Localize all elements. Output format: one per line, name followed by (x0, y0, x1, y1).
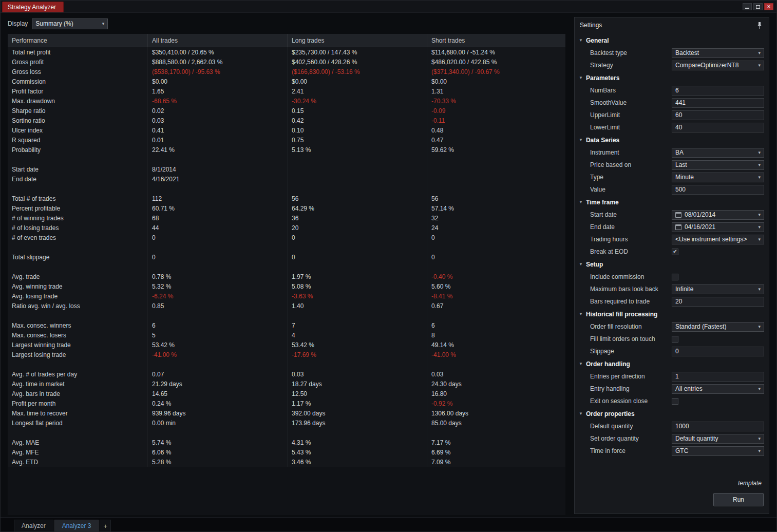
dropdown-order-fill-resolution[interactable]: Standard (Fastest)▾ (672, 322, 764, 332)
section-header-general[interactable]: ▼General (575, 34, 769, 47)
input-numbars[interactable]: 6 (672, 86, 764, 96)
table-row[interactable]: Max. consec. winners676 (8, 320, 565, 330)
table-row[interactable]: Gross loss($538,170.00) / -95.63 %($166,… (8, 67, 565, 77)
dropdown-set-order-quantity[interactable]: Default quantity▾ (672, 434, 764, 444)
table-row[interactable]: Avg. winning trade5.32 %5.08 %5.60 % (8, 281, 565, 291)
template-link[interactable]: template (738, 480, 762, 487)
setting-row-strategy: StrategyCompareOptimizerNT8▾ (575, 59, 769, 71)
checkbox-break-at-eod[interactable]: ✔ (672, 249, 678, 255)
cell-value: 6.06 % (147, 447, 287, 457)
close-button[interactable]: ✕ (764, 3, 773, 10)
table-row[interactable]: Total net profit$350,410.00 / 20.65 %$23… (8, 47, 565, 57)
table-row[interactable]: Avg. losing trade-6.24 %-3.63 %-8.41 % (8, 291, 565, 301)
checkbox-include-commission[interactable] (672, 274, 678, 280)
table-row[interactable]: Avg. trade0.78 %1.97 %-0.40 % (8, 272, 565, 281)
table-row[interactable]: Sortino ratio0.030.42-0.11 (8, 116, 565, 125)
dropdown-value: Standard (Fastest) (675, 323, 756, 330)
dropdown-time-in-force[interactable]: GTC▾ (672, 446, 764, 456)
dropdown-price-based-on[interactable]: Last▾ (672, 160, 764, 170)
dropdown-instrument[interactable]: BA▾ (672, 148, 764, 158)
performance-table: Performance All trades Long trades Short… (8, 34, 565, 515)
cell-value: 53.42 % (147, 340, 287, 350)
cell-value: 44 (147, 223, 287, 233)
setting-label: End date (590, 223, 672, 231)
run-button[interactable]: Run (713, 493, 764, 506)
tab-analyzer-3[interactable]: Analyzer 3 (54, 520, 99, 531)
table-row[interactable]: Avg. # of trades per day0.070.030.03 (8, 369, 565, 379)
table-row[interactable]: Longest flat period0.00 min173.96 days85… (8, 418, 565, 428)
table-row[interactable]: # of winning trades683632 (8, 213, 565, 223)
table-row[interactable]: End date4/16/2021 (8, 174, 565, 184)
dropdown-trading-hours[interactable]: <Use instrument settings>▾ (672, 235, 764, 244)
tab-analyzer[interactable]: Analyzer (14, 520, 53, 531)
input-value[interactable]: 500 (672, 185, 764, 195)
pin-icon[interactable] (755, 21, 764, 29)
table-row[interactable]: Start date8/1/2014 (8, 164, 565, 174)
section-header-order-properties[interactable]: ▼Order properties (575, 407, 769, 420)
dropdown-type[interactable]: Minute▾ (672, 173, 764, 182)
setting-control: 441 (672, 98, 764, 108)
date-value: 04/16/2021 (685, 223, 756, 231)
input-bars-required-to-trade[interactable]: 20 (672, 297, 764, 307)
section-header-parameters[interactable]: ▼Parameters (575, 71, 769, 84)
date-picker-start-date[interactable]: 08/01/2014▾ (672, 210, 764, 220)
minimize-button[interactable] (743, 3, 752, 10)
table-row[interactable]: # of losing trades442024 (8, 223, 565, 233)
setting-row-lowerlimit: LowerLimit40 (575, 121, 769, 134)
table-row[interactable]: Max. time to recover939.96 days392.00 da… (8, 408, 565, 418)
table-row[interactable]: Avg. bars in trade14.6512.5016.80 (8, 389, 565, 398)
dropdown-backtest-type[interactable]: Backtest▾ (672, 48, 764, 58)
table-row[interactable]: Largest losing trade-41.00 %-17.69 %-41.… (8, 350, 565, 359)
add-tab-button[interactable]: + (100, 520, 111, 531)
dropdown-maximum-bars-look-back[interactable]: Infinite▾ (672, 284, 764, 294)
input-smoothvalue[interactable]: 441 (672, 98, 764, 108)
table-row[interactable]: Avg. time in market21.29 days18.27 days2… (8, 379, 565, 389)
table-row[interactable]: Probability22.41 %5.13 %59.62 % (8, 145, 565, 155)
window-title-tab[interactable]: Strategy Analyzer (2, 2, 64, 12)
checkbox-fill-limit-orders-on-touch[interactable] (672, 336, 678, 343)
column-header-all-trades[interactable]: All trades (147, 34, 287, 47)
table-row[interactable]: Percent profitable60.71 %64.29 %57.14 % (8, 203, 565, 213)
dropdown-strategy[interactable]: CompareOptimizerNT8▾ (672, 61, 764, 70)
input-lowerlimit[interactable]: 40 (672, 123, 764, 132)
table-row[interactable]: Avg. ETD5.28 %3.46 %7.09 % (8, 457, 565, 467)
table-row[interactable]: Ulcer index0.410.100.48 (8, 125, 565, 135)
section-header-time-frame[interactable]: ▼Time frame (575, 196, 769, 208)
cell-value: 1306.00 days (427, 408, 565, 418)
setting-control: 500 (672, 185, 764, 195)
setting-row-order-fill-resolution: Order fill resolutionStandard (Fastest)▾ (575, 320, 769, 333)
table-row[interactable]: Total slippage000 (8, 252, 565, 262)
table-row[interactable]: R squared0.010.750.47 (8, 135, 565, 145)
section-header-historical-fill-processing[interactable]: ▼Historical fill processing (575, 308, 769, 320)
column-header-short-trades[interactable]: Short trades (427, 34, 565, 47)
input-slippage[interactable]: 0 (672, 347, 764, 356)
section-header-order-handling[interactable]: ▼Order handling (575, 357, 769, 370)
table-row[interactable]: Largest winning trade53.42 %53.42 %49.14… (8, 340, 565, 350)
setting-label: Time in force (590, 447, 672, 454)
column-header-performance[interactable]: Performance (8, 34, 147, 47)
column-header-long-trades[interactable]: Long trades (287, 34, 427, 47)
table-row[interactable]: Ratio avg. win / avg. loss0.851.400.67 (8, 301, 565, 311)
table-row[interactable]: Max. drawdown-68.65 %-30.24 %-70.33 % (8, 96, 565, 106)
input-upperlimit[interactable]: 60 (672, 110, 764, 120)
section-header-data-series[interactable]: ▼Data Series (575, 134, 769, 146)
input-default-quantity[interactable]: 1000 (672, 422, 764, 431)
dropdown-entry-handling[interactable]: All entries▾ (672, 384, 764, 394)
table-row[interactable]: Max. consec. losers548 (8, 330, 565, 340)
input-entries-per-direction[interactable]: 1 (672, 372, 764, 382)
display-dropdown[interactable]: Summary (%) ▾ (32, 18, 108, 29)
section-header-setup[interactable]: ▼Setup (575, 258, 769, 271)
table-row[interactable]: Commission$0.00$0.00$0.00 (8, 77, 565, 86)
table-row[interactable]: Profit per month0.24 %1.17 %-0.92 % (8, 398, 565, 408)
table-row[interactable]: # of even trades000 (8, 233, 565, 242)
date-picker-end-date[interactable]: 04/16/2021▾ (672, 222, 764, 232)
table-row[interactable]: Total # of trades1125656 (8, 194, 565, 203)
table-row[interactable]: Gross profit$888,580.00 / 2,662.03 %$402… (8, 57, 565, 67)
table-row[interactable]: Profit factor1.652.411.31 (8, 86, 565, 96)
table-row[interactable]: Avg. MAE5.74 %4.31 %7.17 % (8, 438, 565, 447)
table-row[interactable]: Sharpe ratio0.020.15-0.09 (8, 106, 565, 116)
table-row[interactable]: Avg. MFE6.06 %5.43 %6.69 % (8, 447, 565, 457)
row-label: # of even trades (8, 233, 147, 242)
checkbox-exit-on-session-close[interactable] (672, 398, 678, 405)
maximize-button[interactable] (753, 3, 763, 10)
